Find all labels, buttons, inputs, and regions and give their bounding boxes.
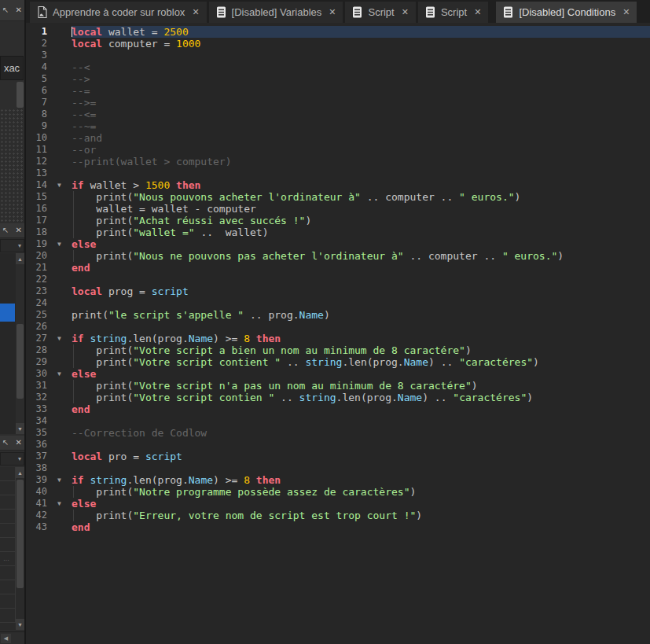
line-number[interactable]: 34 — [26, 415, 47, 427]
code-text[interactable]: if string.len(prog.Name) >= 8 then — [72, 333, 650, 344]
code-line[interactable]: 5--> — [26, 73, 650, 85]
code-line[interactable]: 33end — [26, 403, 650, 415]
line-number[interactable]: 36 — [26, 439, 47, 451]
code-line[interactable]: 27▼if string.len(prog.Name) >= 8 then — [26, 333, 650, 344]
line-number[interactable]: 31 — [26, 380, 47, 392]
horizontal-scrollbar[interactable]: ◀ — [0, 631, 24, 644]
fold-arrow-icon[interactable]: ▼ — [47, 333, 72, 344]
code-line[interactable]: 7-->= — [26, 97, 650, 109]
line-number[interactable]: 1 — [26, 26, 47, 38]
code-line[interactable]: 10--and — [26, 132, 650, 144]
code-line[interactable]: 36 — [26, 439, 650, 451]
code-text[interactable]: if wallet > 1500 then — [72, 179, 650, 191]
line-number[interactable]: 9 — [26, 120, 47, 132]
code-text[interactable]: print("Votre script a bien un nom au min… — [72, 344, 650, 356]
line-number[interactable]: 22 — [26, 274, 47, 285]
line-number[interactable]: 15 — [26, 191, 47, 203]
code-line[interactable]: 17 print("Achat réussi avec succés !") — [26, 215, 650, 226]
line-number[interactable]: 40 — [26, 486, 47, 498]
tab-close-icon[interactable]: ✕ — [192, 8, 199, 17]
code-text[interactable]: local pro = script — [72, 451, 650, 462]
code-line[interactable]: 28 print("Votre script a bien un nom au … — [26, 344, 650, 356]
scrollbar-thumb[interactable] — [17, 82, 24, 108]
code-line[interactable]: 22 — [26, 274, 650, 285]
code-text[interactable]: --or — [72, 144, 650, 156]
tab-disabled-conditions[interactable]: [Disabled] Conditions✕ — [496, 2, 637, 23]
tab-close-icon[interactable]: ✕ — [622, 8, 630, 17]
table-row[interactable] — [0, 467, 16, 481]
code-text[interactable]: print("Nous ne pouvons pas acheter l'ord… — [72, 250, 650, 262]
fold-arrow-icon[interactable]: ▼ — [47, 474, 72, 486]
code-text[interactable]: end — [72, 403, 650, 415]
line-number[interactable]: 21 — [26, 262, 47, 274]
code-line[interactable]: 12--print(wallet > computer) — [26, 156, 650, 167]
table-row[interactable] — [0, 481, 16, 495]
tab-script[interactable]: Script✕ — [345, 2, 415, 23]
code-line[interactable]: 24 — [26, 297, 650, 309]
code-text[interactable]: -->= — [72, 97, 650, 109]
line-number[interactable]: 14 — [26, 179, 47, 191]
code-line[interactable]: 26 — [26, 321, 650, 333]
table-row[interactable] — [0, 566, 16, 580]
code-line[interactable]: 6--= — [26, 85, 650, 97]
table-row[interactable] — [0, 609, 16, 623]
pin-icon[interactable]: ↖ — [2, 439, 9, 447]
line-number[interactable]: 20 — [26, 250, 47, 262]
code-text[interactable]: if string.len(prog.Name) >= 8 then — [72, 474, 650, 486]
line-number[interactable]: 25 — [26, 309, 47, 321]
code-text[interactable] — [72, 462, 650, 474]
line-number[interactable]: 33 — [26, 403, 47, 415]
code-text[interactable]: else — [72, 238, 650, 250]
tab-apprendre-coder-sur-roblox[interactable]: Apprendre à coder sur roblox✕ — [30, 2, 207, 23]
table-row[interactable] — [0, 510, 16, 524]
code-text[interactable]: --and — [72, 132, 650, 144]
fold-arrow-icon[interactable]: ▼ — [47, 179, 72, 191]
code-text[interactable]: print("Nous pouvons acheter l'ordinateur… — [72, 191, 650, 203]
fold-arrow-icon[interactable]: ▼ — [47, 498, 72, 510]
scroll-up-button[interactable]: ▲ — [16, 467, 24, 478]
code-line[interactable]: 40 print("Notre programme possède assez … — [26, 486, 650, 498]
scrollbar-thumb[interactable] — [17, 480, 24, 588]
line-number[interactable]: 5 — [26, 73, 47, 85]
code-text[interactable]: wallet = wallet - computer — [72, 203, 650, 215]
code-line[interactable]: 13 — [26, 167, 650, 179]
code-text[interactable] — [72, 321, 650, 333]
line-number[interactable]: 23 — [26, 285, 47, 297]
line-number[interactable]: 37 — [26, 451, 47, 462]
code-line[interactable]: 42 print("Erreur, votre nom de script es… — [26, 510, 650, 521]
close-icon[interactable]: ✕ — [16, 6, 22, 14]
line-number[interactable]: 17 — [26, 215, 47, 226]
line-number[interactable]: 38 — [26, 462, 47, 474]
code-text[interactable]: --= — [72, 85, 650, 97]
line-number[interactable]: 24 — [26, 297, 47, 309]
code-line[interactable]: 14▼if wallet > 1500 then — [26, 179, 650, 191]
close-icon[interactable]: ✕ — [16, 226, 22, 234]
code-text[interactable]: print("Votre script n'a pas un nom au mi… — [72, 380, 650, 392]
code-text[interactable]: --~= — [72, 120, 650, 132]
line-number[interactable]: 16 — [26, 203, 47, 215]
pin-icon[interactable]: ↖ — [2, 6, 9, 14]
line-number[interactable]: 41 — [26, 498, 47, 510]
code-text[interactable]: print("wallet =" .. wallet) — [72, 226, 650, 238]
code-text[interactable]: print("Erreur, votre nom de script est t… — [72, 510, 650, 521]
line-number[interactable]: 28 — [26, 344, 47, 356]
line-number[interactable]: 8 — [26, 109, 47, 120]
code-line[interactable]: 4--< — [26, 61, 650, 73]
code-line[interactable]: 35--Correction de Codlow — [26, 427, 650, 439]
code-text[interactable] — [72, 50, 650, 61]
line-number[interactable]: 27 — [26, 333, 47, 344]
code-line[interactable]: 23local prog = script — [26, 285, 650, 297]
tab-script[interactable]: Script✕ — [418, 2, 488, 23]
line-number[interactable]: 3 — [26, 50, 47, 61]
code-text[interactable]: print("Votre script contient " .. string… — [72, 356, 650, 368]
selected-list-item[interactable] — [0, 304, 15, 322]
code-line[interactable]: 30▼else — [26, 368, 650, 380]
table-row[interactable] — [0, 594, 16, 609]
line-number[interactable]: 26 — [26, 321, 47, 333]
line-number[interactable]: 32 — [26, 392, 47, 403]
code-line[interactable]: 9--~= — [26, 120, 650, 132]
close-icon[interactable]: ✕ — [16, 439, 22, 447]
fold-arrow-icon[interactable]: ▼ — [47, 238, 72, 250]
code-line[interactable]: 20 print("Nous ne pouvons pas acheter l'… — [26, 250, 650, 262]
scroll-up-button[interactable]: ▲ — [16, 253, 24, 264]
